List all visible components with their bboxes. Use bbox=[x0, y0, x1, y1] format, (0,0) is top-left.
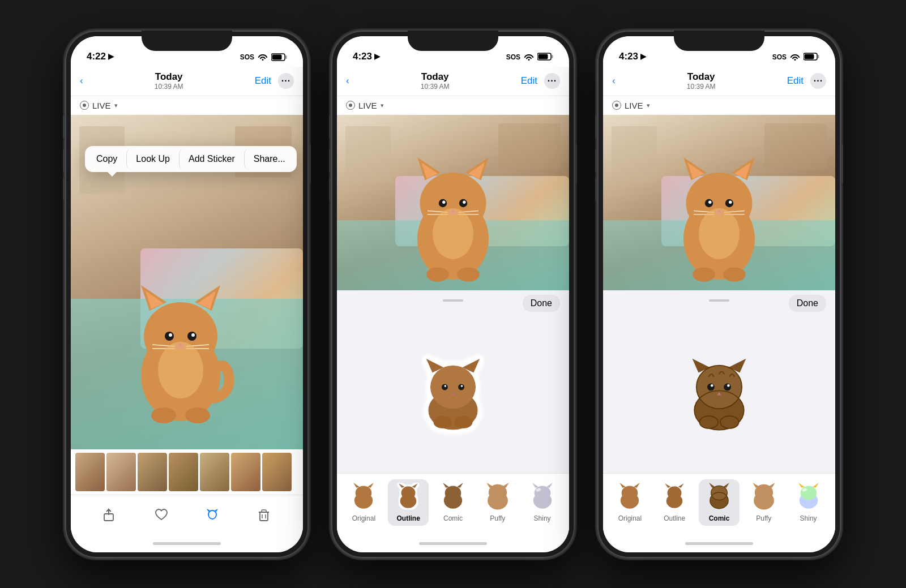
home-bar-1 bbox=[153, 542, 221, 545]
svg-marker-66 bbox=[368, 483, 374, 488]
context-menu-1: Copy Look Up Add Sticker Share... bbox=[85, 146, 297, 172]
home-bar-3 bbox=[685, 542, 753, 545]
status-time-3: 4:23 ▶ bbox=[619, 51, 646, 62]
photo-area-1[interactable]: Copy Look Up Add Sticker Share... bbox=[71, 115, 303, 449]
thumb-6[interactable] bbox=[231, 453, 260, 491]
more-button-3[interactable]: ··· bbox=[810, 73, 826, 89]
svg-point-57 bbox=[458, 384, 464, 390]
screen-3: 4:23 ▶ SOS ‹ T bbox=[603, 36, 835, 552]
svg-point-59 bbox=[461, 385, 463, 387]
sticker-cat-comic bbox=[682, 346, 756, 434]
sticker-shiny-3[interactable]: Shiny bbox=[788, 479, 829, 526]
live-indicator-1 bbox=[80, 101, 89, 110]
svg-point-111 bbox=[724, 383, 731, 390]
svg-point-105 bbox=[723, 267, 746, 281]
sos-2: SOS bbox=[506, 53, 520, 61]
thumb-2[interactable] bbox=[106, 453, 136, 491]
live-chevron-2: ▾ bbox=[381, 102, 384, 109]
svg-point-80 bbox=[534, 486, 550, 500]
back-button-2[interactable]: ‹ bbox=[346, 75, 349, 87]
nav-actions-2: Edit ··· bbox=[521, 73, 560, 89]
sticker-cat-outline bbox=[416, 346, 490, 434]
live-text-2: LIVE bbox=[358, 101, 377, 110]
thumb-5[interactable] bbox=[200, 453, 229, 491]
svg-point-21 bbox=[185, 407, 210, 423]
svg-point-20 bbox=[151, 407, 176, 423]
sticker-comic-2[interactable]: Comic bbox=[433, 479, 473, 526]
svg-point-51 bbox=[457, 267, 480, 281]
location-icon-3: ▶ bbox=[640, 52, 646, 61]
thumb-1[interactable] bbox=[75, 453, 105, 491]
svg-marker-123 bbox=[619, 483, 626, 488]
sticker-outline-3[interactable]: Outline bbox=[654, 479, 695, 526]
svg-point-56 bbox=[442, 384, 448, 390]
sticker-puffy-2[interactable]: Puffy bbox=[477, 479, 518, 526]
wifi-icon-2 bbox=[524, 53, 534, 62]
svg-point-140 bbox=[800, 486, 817, 500]
svg-point-58 bbox=[445, 385, 447, 387]
svg-point-64 bbox=[356, 486, 372, 500]
thumb-4[interactable] bbox=[169, 453, 198, 491]
svg-point-61 bbox=[433, 416, 452, 428]
sticker-comic-3[interactable]: Comic bbox=[699, 479, 740, 526]
done-button-2[interactable]: Done bbox=[523, 295, 560, 312]
svg-point-53 bbox=[430, 365, 476, 409]
menu-add-sticker[interactable]: Add Sticker bbox=[179, 148, 244, 170]
svg-marker-138 bbox=[768, 483, 775, 488]
thumb-3[interactable] bbox=[138, 453, 167, 491]
svg-point-62 bbox=[454, 416, 473, 428]
svg-point-11 bbox=[169, 333, 172, 337]
status-time-2: 4:23 ▶ bbox=[353, 51, 380, 62]
back-button-1[interactable]: ‹ bbox=[80, 75, 83, 87]
live-chevron-3: ▾ bbox=[647, 102, 650, 109]
thumb-7[interactable] bbox=[262, 453, 292, 491]
status-icons-2: SOS bbox=[506, 53, 553, 62]
svg-marker-81 bbox=[532, 483, 539, 488]
thumbnail-strip-1 bbox=[71, 449, 303, 495]
more-button-2[interactable]: ··· bbox=[544, 73, 560, 89]
menu-share[interactable]: Share... bbox=[244, 148, 294, 170]
sticker-shiny-2[interactable]: Shiny bbox=[522, 479, 563, 526]
edit-button-3[interactable]: Edit bbox=[787, 75, 804, 87]
svg-marker-78 bbox=[502, 483, 509, 488]
status-icons-1: SOS bbox=[240, 53, 287, 62]
sticker-original-3[interactable]: Original bbox=[609, 479, 650, 526]
battery-icon-3 bbox=[804, 53, 819, 62]
live-bar-1: LIVE ▾ bbox=[71, 96, 303, 115]
svg-marker-137 bbox=[753, 483, 760, 488]
sticker-outline-2[interactable]: Outline bbox=[388, 479, 429, 526]
sticker-puffy-3[interactable]: Puffy bbox=[743, 479, 784, 526]
menu-copy[interactable]: Copy bbox=[87, 148, 126, 170]
phone-3: 4:23 ▶ SOS ‹ T bbox=[597, 31, 841, 558]
wifi-icon-1 bbox=[258, 53, 268, 62]
back-button-3[interactable]: ‹ bbox=[612, 75, 616, 87]
battery-icon-2 bbox=[537, 53, 553, 62]
sos-1: SOS bbox=[240, 53, 254, 61]
share-button-1[interactable] bbox=[102, 507, 118, 523]
pet-button-1[interactable] bbox=[204, 507, 220, 523]
live-bar-3: LIVE ▾ bbox=[603, 96, 835, 115]
svg-point-95 bbox=[708, 200, 711, 203]
photo-area-3[interactable] bbox=[603, 115, 835, 290]
home-indicator-2 bbox=[337, 535, 569, 552]
live-text-1: LIVE bbox=[92, 101, 111, 110]
nav-bar-1: ‹ Today 10:39 AM Edit ··· bbox=[71, 67, 303, 96]
svg-marker-69 bbox=[399, 483, 405, 487]
svg-rect-32 bbox=[552, 55, 553, 58]
done-button-3[interactable]: Done bbox=[789, 295, 826, 312]
sticker-preview-2 bbox=[337, 306, 569, 473]
notch-3 bbox=[674, 31, 764, 51]
trash-button-1[interactable] bbox=[256, 507, 272, 523]
edit-button-1[interactable]: Edit bbox=[255, 75, 271, 87]
svg-rect-86 bbox=[818, 55, 819, 58]
nav-actions-1: Edit ··· bbox=[255, 73, 294, 89]
notch-2 bbox=[408, 31, 498, 51]
sticker-options-2: Original Outline Comic bbox=[337, 473, 569, 535]
nav-actions-3: Edit ··· bbox=[787, 73, 826, 89]
heart-button-1[interactable] bbox=[153, 507, 169, 523]
edit-button-2[interactable]: Edit bbox=[521, 75, 537, 87]
more-button-1[interactable]: ··· bbox=[278, 73, 294, 89]
photo-area-2[interactable] bbox=[337, 115, 569, 290]
menu-lookup[interactable]: Look Up bbox=[126, 148, 179, 170]
sticker-original-2[interactable]: Original bbox=[343, 479, 384, 526]
